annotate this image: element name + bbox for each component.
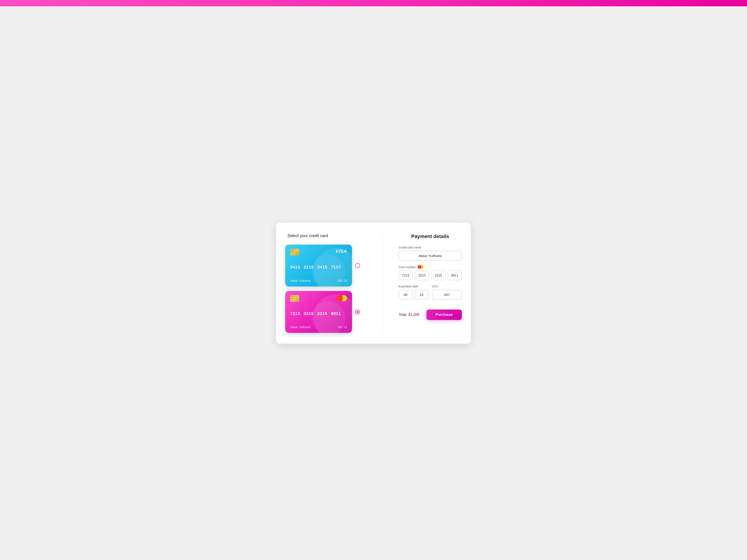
mc-num-1: 7213 — [290, 311, 300, 316]
visa-num-2: 2210 — [304, 265, 314, 270]
credit-card-name-group: Credit card name — [398, 246, 462, 261]
left-panel: Select your credit card — [285, 234, 371, 333]
total-text: Total $1,200 — [398, 313, 419, 317]
mc-card-number: 7213 3210 2215 8011 — [290, 311, 347, 316]
expiry-label: Expiration date — [398, 285, 429, 288]
total-label-text: Total — [398, 313, 406, 317]
card-number-mc-icon — [418, 265, 423, 269]
payment-details-title: Payment details — [398, 234, 462, 239]
cards-list: VISA 5413 2210 3415 7107 Akbar Yudharta … — [285, 245, 371, 333]
card-number-group: Card number — [398, 265, 462, 280]
visa-radio[interactable] — [355, 263, 360, 268]
visa-num-4: 7107 — [331, 265, 341, 270]
right-panel: Payment details Credit card name Card nu… — [394, 234, 462, 333]
credit-card-name-input[interactable] — [398, 251, 462, 261]
expiry-month-input[interactable] — [398, 290, 412, 299]
mc-expiry: 08 / 23 — [338, 325, 347, 329]
credit-card-name-label: Credit card name — [398, 246, 462, 249]
mc-dot-red — [337, 295, 343, 301]
visa-card-row: VISA 5413 2210 3415 7107 Akbar Yudharta … — [285, 245, 371, 287]
visa-chip — [290, 249, 299, 256]
bottom-row: Total $1,200 Purchase — [398, 310, 462, 320]
visa-card-number: 5413 2210 3415 7107 — [290, 265, 347, 270]
mc-num-4: 8011 — [331, 311, 341, 316]
visa-num-1: 5413 — [290, 265, 300, 270]
mastercard-row: 7213 3210 2215 8011 Akbar Yudharta 08 / … — [285, 291, 371, 333]
card-number-input-4[interactable] — [448, 271, 462, 280]
ccv-group: CCV — [432, 285, 462, 299]
date-ccv-row: Expiration date CCV — [398, 285, 462, 304]
payment-modal: Select your credit card — [276, 223, 471, 344]
mc-num-3: 2215 — [317, 311, 327, 316]
expiry-fields — [398, 290, 429, 299]
mc-card-top — [290, 295, 347, 302]
visa-expiry: 06 / 23 — [338, 279, 347, 283]
mc-card-footer: Akbar Yudharta 08 / 23 — [290, 325, 347, 329]
mastercard-card[interactable]: 7213 3210 2215 8011 Akbar Yudharta 08 / … — [285, 291, 352, 333]
visa-card[interactable]: VISA 5413 2210 3415 7107 Akbar Yudharta … — [285, 245, 352, 287]
expiry-group: Expiration date — [398, 285, 429, 299]
mc-holder: Akbar Yudharta — [290, 325, 310, 329]
mc-num-2: 3210 — [304, 311, 314, 316]
ccv-input[interactable] — [432, 290, 462, 299]
card-icon-red — [418, 265, 421, 269]
card-number-input-2[interactable] — [415, 271, 429, 280]
visa-num-3: 3415 — [317, 265, 327, 270]
top-bar — [0, 0, 747, 6]
card-number-label-row: Card number — [398, 265, 462, 269]
mc-radio[interactable] — [355, 310, 360, 315]
expiry-year-input[interactable] — [415, 290, 429, 299]
page-content: Select your credit card — [0, 6, 747, 560]
purchase-button[interactable]: Purchase — [427, 310, 462, 320]
ccv-label: CCV — [432, 285, 462, 288]
card-number-fields — [398, 271, 462, 280]
card-number-input-3[interactable] — [432, 271, 445, 280]
visa-holder: Akbar Yudharta — [290, 279, 310, 283]
select-card-title: Select your credit card — [285, 234, 328, 238]
card-number-label: Card number — [398, 265, 416, 269]
mc-chip — [290, 295, 299, 302]
visa-card-footer: Akbar Yudharta 06 / 23 — [290, 279, 347, 283]
total-amount: $1,200 — [408, 313, 419, 317]
card-number-input-1[interactable] — [398, 271, 413, 280]
